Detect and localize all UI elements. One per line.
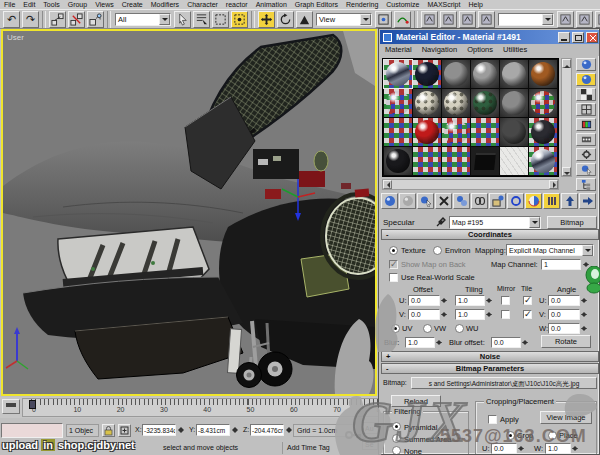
v-offset-spinner[interactable]	[440, 309, 448, 320]
maximize-button[interactable]	[572, 32, 584, 43]
background-icon[interactable]	[576, 88, 596, 101]
z-spinner[interactable]	[285, 424, 293, 436]
scroll-left-icon[interactable]	[383, 180, 392, 189]
view-image-button[interactable]: View Image	[540, 411, 592, 424]
v-tiling-field[interactable]: 1.0	[455, 309, 485, 320]
menu-edit[interactable]: Edit	[19, 0, 39, 9]
close-button[interactable]	[586, 32, 598, 43]
sample-slot[interactable]	[529, 147, 557, 175]
apply-checkbox[interactable]	[488, 415, 497, 424]
make-material-copy-icon[interactable]	[453, 193, 470, 209]
put-to-library-icon[interactable]	[489, 193, 506, 209]
snap-toggle-icon[interactable]	[440, 11, 457, 28]
dropdown-arrow-icon[interactable]	[542, 14, 553, 25]
sample-slot[interactable]	[529, 118, 557, 146]
blur-spinner[interactable]	[435, 337, 443, 348]
me-menu-navigation[interactable]: Navigation	[417, 44, 462, 56]
named-selection-dropdown[interactable]	[498, 13, 554, 26]
time-slider-handle[interactable]	[29, 400, 36, 409]
show-end-result-icon[interactable]	[543, 193, 560, 209]
map-type-button[interactable]: Bitmap	[547, 216, 597, 229]
blur-offset-spinner[interactable]	[521, 337, 529, 348]
sample-slot[interactable]	[500, 89, 528, 117]
video-color-check-icon[interactable]	[576, 118, 596, 131]
coordinates-rollout-header[interactable]: - Coordinates	[381, 229, 599, 240]
menu-views[interactable]: Views	[91, 0, 118, 9]
me-menu-utilities[interactable]: Utilities	[498, 44, 532, 56]
v-angle-field[interactable]: 0.0	[548, 309, 580, 320]
u-tile-checkbox[interactable]	[523, 296, 532, 305]
sample-slot[interactable]	[500, 147, 528, 175]
sample-slot[interactable]	[384, 89, 412, 117]
angle-snap-icon[interactable]	[459, 11, 476, 28]
sample-slot[interactable]	[413, 147, 441, 175]
sample-type-icon[interactable]	[576, 58, 596, 71]
select-and-move-icon[interactable]	[258, 11, 275, 28]
material-editor-titlebar[interactable]: Material Editor - Material #1491	[380, 30, 600, 44]
select-by-material-icon[interactable]	[576, 163, 596, 176]
keyboard-override-icon[interactable]	[421, 11, 438, 28]
u-tiling-spinner[interactable]	[485, 295, 493, 306]
menu-group[interactable]: Group	[64, 0, 91, 9]
absolute-offset-toggle[interactable]	[118, 424, 131, 437]
map-channel-field[interactable]: 1	[541, 259, 581, 270]
align-icon[interactable]	[576, 11, 593, 28]
layer-manager-icon[interactable]	[595, 11, 600, 28]
menu-tools[interactable]: Tools	[39, 0, 63, 9]
backlight-icon[interactable]	[576, 73, 596, 86]
redo-icon[interactable]: ↷	[22, 11, 39, 28]
select-and-manipulate-icon[interactable]	[394, 11, 411, 28]
rotate-button[interactable]: Rotate	[541, 335, 591, 348]
sample-horizontal-scrollbar[interactable]	[382, 179, 559, 190]
menu-reactor[interactable]: reactor	[222, 0, 252, 9]
get-material-icon[interactable]	[381, 193, 398, 209]
minimize-button[interactable]	[558, 32, 570, 43]
rectangular-selection-region-icon[interactable]	[212, 11, 229, 28]
u-angle-spinner[interactable]	[580, 295, 588, 306]
sample-slot[interactable]	[384, 118, 412, 146]
go-to-parent-icon[interactable]	[561, 193, 578, 209]
v-tiling-spinner[interactable]	[485, 309, 493, 320]
make-unique-icon[interactable]	[471, 193, 488, 209]
uv-radio[interactable]	[391, 324, 400, 333]
sample-slot[interactable]	[471, 60, 499, 88]
viewport-label[interactable]: User	[7, 33, 24, 42]
menu-customize[interactable]: Customize	[382, 0, 423, 9]
viewport-user[interactable]: User	[1, 29, 377, 396]
w-angle-field[interactable]: 0.0	[548, 323, 580, 334]
sample-slot[interactable]	[500, 60, 528, 88]
sample-slot[interactable]	[413, 118, 441, 146]
u-offset-spinner[interactable]	[440, 295, 448, 306]
percent-snap-icon[interactable]	[478, 11, 495, 28]
scroll-up-icon[interactable]	[562, 59, 571, 68]
sample-slot[interactable]	[413, 89, 441, 117]
show-map-on-back-checkbox[interactable]	[389, 260, 398, 269]
bitmap-path-button[interactable]: s and Settings\Administrator\桌面\J10c\J10…	[411, 377, 597, 389]
sample-slot[interactable]	[471, 118, 499, 146]
sample-uv-tiling-icon[interactable]	[576, 103, 596, 116]
menu-character[interactable]: Character	[183, 0, 222, 9]
menu-help[interactable]: Help	[464, 0, 486, 9]
select-and-scale-icon[interactable]	[296, 11, 313, 28]
sample-slot[interactable]	[529, 60, 557, 88]
sample-slot[interactable]	[442, 147, 470, 175]
menu-rendering[interactable]: Rendering	[342, 0, 382, 9]
reset-map-icon[interactable]	[435, 193, 452, 209]
sample-slot[interactable]	[471, 147, 499, 175]
u-tiling-field[interactable]: 1.0	[455, 295, 485, 306]
u-mirror-checkbox[interactable]	[501, 296, 510, 305]
use-real-world-checkbox[interactable]	[389, 273, 398, 282]
use-pivot-center-icon[interactable]	[375, 11, 392, 28]
sample-slot[interactable]	[529, 89, 557, 117]
reference-coordinate-dropdown[interactable]: View	[316, 13, 372, 26]
select-and-link-icon[interactable]	[49, 11, 66, 28]
add-time-tag[interactable]: Add Time Tag	[282, 442, 336, 454]
sample-vertical-scrollbar[interactable]	[561, 58, 572, 177]
blur-offset-field[interactable]: 0.0	[491, 337, 521, 348]
unlink-selection-icon[interactable]	[68, 11, 85, 28]
sample-slot[interactable]	[442, 89, 470, 117]
v-mirror-checkbox[interactable]	[501, 310, 510, 319]
select-by-name-icon[interactable]	[193, 11, 210, 28]
menu-modifiers[interactable]: Modifiers	[147, 0, 183, 9]
y-spinner[interactable]	[231, 424, 239, 436]
